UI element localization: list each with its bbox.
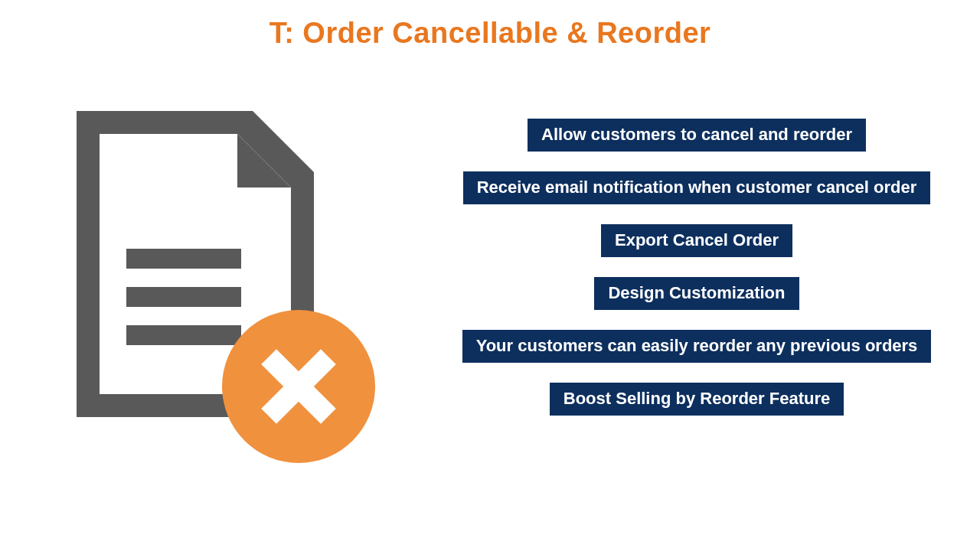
slide: T: Order Cancellable & Reorder bbox=[0, 0, 980, 551]
feature-item: Allow customers to cancel and reorder bbox=[528, 119, 866, 152]
cancel-badge-icon bbox=[222, 310, 375, 463]
feature-list: Allow customers to cancel and reorder Re… bbox=[429, 119, 965, 416]
feature-item: Your customers can easily reorder any pr… bbox=[462, 330, 932, 363]
feature-item: Boost Selling by Reorder Feature bbox=[550, 383, 844, 416]
svg-rect-6 bbox=[126, 325, 241, 345]
document-cancel-icon bbox=[61, 103, 383, 471]
svg-rect-5 bbox=[126, 287, 241, 307]
feature-item: Export Cancel Order bbox=[601, 224, 792, 257]
page-title: T: Order Cancellable & Reorder bbox=[0, 17, 980, 50]
feature-item: Receive email notification when customer… bbox=[463, 171, 931, 204]
feature-item: Design Customization bbox=[594, 277, 799, 310]
svg-rect-4 bbox=[126, 249, 241, 269]
